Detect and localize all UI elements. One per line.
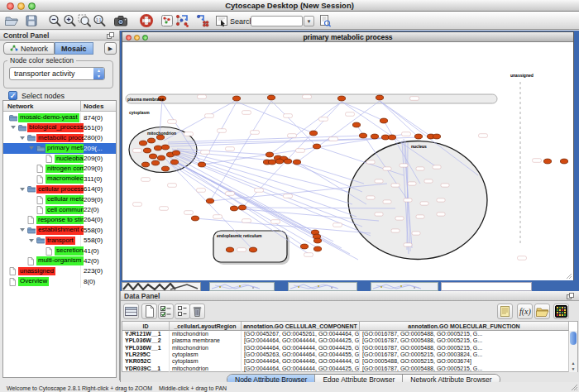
tree-row[interactable]: cell communicat22(0) [3,205,116,215]
column-header[interactable]: annotation.GO CELLULAR_COMPONENT [242,322,360,331]
zoom-fit-icon[interactable]: 1:1 [92,13,107,28]
tree-row[interactable]: multi-organism pro42(0) [3,256,116,265]
table-cell[interactable]: [GO:0005488, GO:0005215, GO:0003674] [360,358,569,365]
table-cell[interactable]: [GO:0045267, GO:0045261, GO:0044464, G..… [242,331,360,337]
tree-row[interactable]: macromolecule311(0) [3,174,116,184]
table-cell[interactable]: [GO:0045263, GO:0044464, GO:0044455, G..… [242,351,360,358]
search-input[interactable] [251,16,303,26]
expand-arrow-icon[interactable] [20,136,25,140]
tree-row[interactable]: unassigned223(0) [3,266,116,276]
expand-arrow-icon[interactable] [20,188,25,191]
annotation-icon[interactable] [214,13,229,28]
table-cell[interactable]: YLR295C [122,351,170,358]
network-minimize-button[interactable] [134,35,140,41]
attr-table-icon[interactable] [123,304,139,319]
tree-row[interactable]: biological_process651(0) [3,122,116,132]
scroll-up-icon[interactable]: ▲ [569,361,577,366]
table-cell[interactable]: cytoplasm [170,358,242,365]
float-panel-icon[interactable] [107,32,114,39]
network-canvas[interactable]: plasma membranecytoplasmmitochondrionnuc… [122,43,573,280]
overview-icon[interactable] [160,13,175,28]
attr-unselect-icon[interactable] [175,304,190,319]
data-panel-float-icon[interactable] [567,293,574,299]
tree-row[interactable]: cellular process614(0) [3,184,116,194]
table-row[interactable]: YJR121W__1mitochondrion[GO:0045267, GO:0… [122,331,569,337]
scroll-down-icon[interactable]: ▼ [569,366,577,372]
tree-row[interactable]: nucleobase-209(0) [3,154,116,164]
zoom-out-icon[interactable] [47,13,62,28]
table-row[interactable]: YKR052Ccytoplasm[GO:0044464, GO:0044446,… [122,358,569,365]
tree-row[interactable]: transport558(0) [3,236,116,246]
table-cell[interactable]: [GO:0016787, GO:0005488, GO:0005215, G..… [360,337,569,344]
attr-function-icon[interactable]: f(x) [517,304,533,319]
scrollbar-thumb[interactable] [570,332,577,345]
search-dropdown-button[interactable]: ▼ [304,16,314,26]
network-tree-header[interactable]: Network Nodes [3,101,116,112]
layout-scale-icon[interactable] [175,13,189,28]
table-cell[interactable]: YKR052C [122,358,170,365]
table-cell[interactable]: [GO:0016787, GO:0005488, GO:0005215, G..… [360,366,569,372]
tree-row[interactable]: establishment of lo558(0) [3,225,116,235]
attr-new-icon[interactable] [141,304,157,319]
node-color-combobox[interactable]: transporter activity▲▼ [9,67,105,80]
table-cell[interactable]: [GO:0016787, GO:0005488, GO:0005215, G..… [360,345,569,351]
tab-mosaic[interactable]: Mosaic [55,42,93,55]
tree-row[interactable]: response to stimulu264(0) [3,215,116,225]
table-row[interactable]: YLR295Ccytoplasm[GO:0045263, GO:0044464,… [122,351,569,358]
network-window-titlebar[interactable]: primary metabolic process [122,32,573,42]
table-cell[interactable]: YDR039C__1 [122,366,170,372]
tree-row[interactable]: secretion41(0) [3,246,116,256]
tree-row[interactable]: metabolic process280(0) [3,133,116,143]
tree-row[interactable]: Overview8(0) [3,276,116,286]
attr-select-icon[interactable] [158,304,174,319]
expand-arrow-icon[interactable] [11,126,16,129]
expand-arrow-icon[interactable] [29,146,34,150]
attr-delete-icon[interactable] [189,304,205,319]
tree-row[interactable]: cellular metabol209(0) [3,194,116,204]
table-cell[interactable]: [GO:0044464, GO:0044444, GO:0044425, G..… [242,366,360,372]
tree-row[interactable]: primary metabo209(... [3,143,116,153]
table-cell[interactable]: [GO:0044464, GO:0044444, GO:0044425, G..… [242,345,360,351]
expand-arrow-icon[interactable] [20,228,25,232]
open-icon[interactable] [4,13,19,28]
network-zoom-button[interactable] [142,35,148,41]
help-icon[interactable] [139,13,154,28]
table-cell[interactable]: mitochondrion [170,366,242,372]
resize-grip[interactable] [571,384,578,391]
minimize-button[interactable] [17,2,25,10]
column-header[interactable]: ID [122,322,170,331]
table-cell[interactable]: mitochondrion [170,331,242,337]
network-close-button[interactable] [126,35,132,41]
table-cell[interactable]: mitochondrion [170,345,242,351]
table-cell[interactable]: YPL036W__2 [122,337,170,344]
table-row[interactable]: YPL036W__1mitochondrion[GO:0044464, GO:0… [122,345,569,351]
attr-open-icon[interactable] [534,304,550,319]
attr-import-icon[interactable] [497,304,513,319]
table-vscrollbar[interactable]: ▲▼ [568,331,577,372]
table-cell[interactable]: cytoplasm [170,351,242,358]
table-row[interactable]: YDR039C__1mitochondrion[GO:0044464, GO:0… [122,366,569,372]
table-cell[interactable]: [GO:0016787, GO:0005488, GO:0005215, G..… [360,331,569,337]
column-header[interactable]: annotation.GO MOLECULAR_FUNCTION [360,322,569,331]
table-cell[interactable]: YJR121W__1 [122,331,170,337]
tab-network[interactable]: Network [3,42,55,55]
zoom-selected-icon[interactable] [77,13,92,28]
table-cell[interactable]: YPL036W__1 [122,345,170,351]
advanced-search-icon[interactable] [318,13,333,28]
tab-overflow-button[interactable]: ▶ [104,42,117,55]
zoom-in-icon[interactable] [62,13,77,28]
save-icon[interactable] [24,13,39,28]
select-nodes-checkbox[interactable]: ✓ [8,91,17,100]
table-cell[interactable]: [GO:0044464, GO:0044444, GO:0044425, G..… [242,337,360,344]
table-cell[interactable]: [GO:0016787, GO:0005215, GO:0003824, G..… [360,351,569,358]
table-cell[interactable]: [GO:0044464, GO:0044446, GO:0044444, G..… [242,358,360,365]
expand-arrow-icon[interactable] [29,239,34,242]
attr-matrix-icon[interactable] [553,304,569,319]
zoom-button[interactable] [28,2,36,10]
layout-rotate-icon[interactable] [195,13,210,28]
close-button[interactable] [7,2,14,10]
snapshot-icon[interactable] [113,13,128,28]
tree-row[interactable]: mosaic-demo-yeast874(0) [3,112,116,122]
table-cell[interactable]: plasma membrane [170,337,242,344]
tree-row[interactable]: nitrogen compo209(0) [3,164,116,174]
